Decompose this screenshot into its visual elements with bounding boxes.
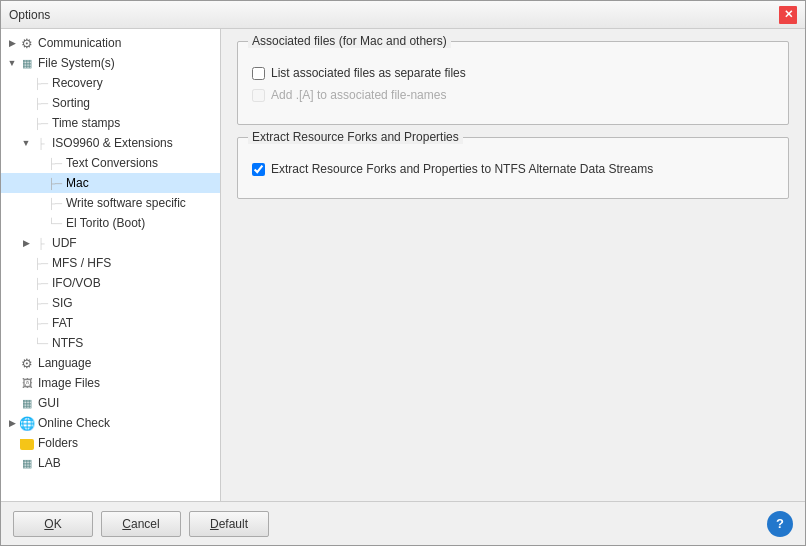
sidebar-item-mfshfs[interactable]: ├─ MFS / HFS [1, 253, 220, 273]
expander-icon [5, 396, 19, 410]
sidebar-item-label: Folders [38, 436, 78, 450]
sidebar-item-label: GUI [38, 396, 59, 410]
globe-icon: 🌐 [19, 415, 35, 431]
sidebar-item-label: File System(s) [38, 56, 115, 70]
sidebar-item-label: MFS / HFS [52, 256, 111, 270]
expander-icon [19, 316, 33, 330]
sidebar-item-sig[interactable]: ├─ SIG [1, 293, 220, 313]
sidebar-item-fat[interactable]: ├─ FAT [1, 313, 220, 333]
expander-icon [19, 256, 33, 270]
list-associated-files-checkbox[interactable] [252, 67, 265, 80]
sidebar-item-ifovob[interactable]: ├─ IFO/VOB [1, 273, 220, 293]
line-icon: ├─ [33, 115, 49, 131]
sidebar-tree: ▶ ⚙ Communication ▼ ▦ File System(s) ├─ … [1, 29, 221, 501]
expander-icon [5, 456, 19, 470]
line-icon: ├─ [33, 95, 49, 111]
sidebar-item-label: Mac [66, 176, 89, 190]
grid-icon: ▦ [19, 55, 35, 71]
sidebar-item-label: FAT [52, 316, 73, 330]
content-area: ▶ ⚙ Communication ▼ ▦ File System(s) ├─ … [1, 29, 805, 501]
sidebar-item-lab[interactable]: ▦ LAB [1, 453, 220, 473]
line-icon: ├ [33, 135, 49, 151]
sidebar-item-folders[interactable]: Folders [1, 433, 220, 453]
default-button[interactable]: Default [189, 511, 269, 537]
expander-icon [5, 436, 19, 450]
sidebar-item-iso9960[interactable]: ▼ ├ ISO9960 & Extensions [1, 133, 220, 153]
default-label: Default [210, 517, 248, 531]
sidebar-item-label: El Torito (Boot) [66, 216, 145, 230]
sidebar-item-onlinecheck[interactable]: ▶ 🌐 Online Check [1, 413, 220, 433]
sidebar-item-label: Time stamps [52, 116, 120, 130]
extract-resource-forks-row: Extract Resource Forks and Properties to… [252, 162, 774, 176]
sidebar-item-label: Sorting [52, 96, 90, 110]
expander-icon [5, 376, 19, 390]
sidebar-item-label: UDF [52, 236, 77, 250]
line-icon: ├─ [33, 275, 49, 291]
gear-icon: ⚙ [19, 355, 35, 371]
sidebar-item-udf[interactable]: ▶ ├ UDF [1, 233, 220, 253]
expander-icon [33, 156, 47, 170]
line-icon: ├─ [33, 75, 49, 91]
list-associated-files-label[interactable]: List associated files as separate files [271, 66, 466, 80]
sidebar-item-eltorito[interactable]: └─ El Torito (Boot) [1, 213, 220, 233]
line-icon: ├─ [47, 195, 63, 211]
associated-files-section: Associated files (for Mac and others) Li… [237, 41, 789, 125]
expander-icon: ▼ [19, 136, 33, 150]
line-icon: ├ [33, 235, 49, 251]
close-button[interactable]: ✕ [779, 6, 797, 24]
sidebar-item-ntfs[interactable]: └─ NTFS [1, 333, 220, 353]
add-associated-names-row: Add .[A] to associated file-names [252, 88, 774, 102]
expander-icon [19, 336, 33, 350]
expander-icon [33, 196, 47, 210]
folder-icon [19, 435, 35, 451]
image-icon: 🖼 [19, 375, 35, 391]
sidebar-item-textconv[interactable]: ├─ Text Conversions [1, 153, 220, 173]
expander-icon [33, 176, 47, 190]
sidebar-item-imagefiles[interactable]: 🖼 Image Files [1, 373, 220, 393]
expander-icon: ▶ [5, 416, 19, 430]
expander-icon [5, 356, 19, 370]
ok-label: OK [44, 517, 61, 531]
sidebar-item-label: Language [38, 356, 91, 370]
sidebar-item-timestamps[interactable]: ├─ Time stamps [1, 113, 220, 133]
sidebar-item-label: Image Files [38, 376, 100, 390]
list-associated-files-row: List associated files as separate files [252, 66, 774, 80]
titlebar: Options ✕ [1, 1, 805, 29]
sidebar-item-label: Recovery [52, 76, 103, 90]
sidebar-item-gui[interactable]: ▦ GUI [1, 393, 220, 413]
sidebar-item-label: Text Conversions [66, 156, 158, 170]
line-icon: ├─ [47, 155, 63, 171]
sidebar-item-communication[interactable]: ▶ ⚙ Communication [1, 33, 220, 53]
sidebar-item-mac[interactable]: ├─ Mac [1, 173, 220, 193]
sidebar-item-language[interactable]: ⚙ Language [1, 353, 220, 373]
section1-legend: Associated files (for Mac and others) [248, 34, 451, 48]
cancel-button[interactable]: Cancel [101, 511, 181, 537]
footer: OK Cancel Default ? [1, 501, 805, 545]
extract-resource-forks-checkbox[interactable] [252, 163, 265, 176]
line-icon: ├─ [33, 255, 49, 271]
expander-icon [19, 276, 33, 290]
extract-resource-forks-section: Extract Resource Forks and Properties Ex… [237, 137, 789, 199]
expander-icon [19, 296, 33, 310]
ok-button[interactable]: OK [13, 511, 93, 537]
extract-resource-forks-label[interactable]: Extract Resource Forks and Properties to… [271, 162, 653, 176]
line-icon: ├─ [47, 175, 63, 191]
sidebar-item-recovery[interactable]: ├─ Recovery [1, 73, 220, 93]
expander-icon [19, 76, 33, 90]
grid-icon: ▦ [19, 395, 35, 411]
help-button[interactable]: ? [767, 511, 793, 537]
sidebar-item-sorting[interactable]: ├─ Sorting [1, 93, 220, 113]
window-title: Options [9, 8, 50, 22]
line-icon: ├─ [33, 295, 49, 311]
grid-icon: ▦ [19, 455, 35, 471]
sidebar-item-label: ISO9960 & Extensions [52, 136, 173, 150]
options-window: Options ✕ ▶ ⚙ Communication ▼ ▦ File Sys… [0, 0, 806, 546]
sidebar-item-label: LAB [38, 456, 61, 470]
line-icon: └─ [47, 215, 63, 231]
sidebar-item-label: Communication [38, 36, 121, 50]
sidebar-item-writesoftware[interactable]: ├─ Write software specific [1, 193, 220, 213]
expander-icon: ▶ [19, 236, 33, 250]
sidebar-item-filesystems[interactable]: ▼ ▦ File System(s) [1, 53, 220, 73]
sidebar-item-label: SIG [52, 296, 73, 310]
line-icon: └─ [33, 335, 49, 351]
